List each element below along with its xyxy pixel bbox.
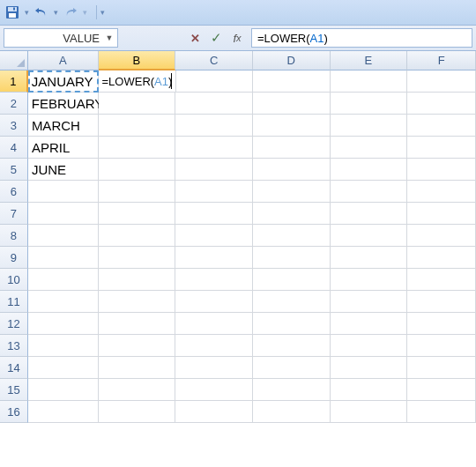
cell[interactable] [99, 225, 176, 247]
column-header[interactable]: B [99, 51, 176, 70]
cell[interactable] [253, 313, 331, 335]
chevron-down-icon[interactable]: ▼ [103, 32, 115, 44]
cell[interactable] [28, 401, 99, 423]
cell[interactable] [99, 379, 176, 401]
column-header[interactable]: F [407, 51, 476, 70]
cell-E2[interactable] [331, 93, 408, 115]
cell-C5[interactable] [175, 159, 253, 181]
cell[interactable] [175, 247, 253, 269]
cell[interactable] [175, 181, 253, 203]
cell[interactable] [253, 269, 331, 291]
row-header[interactable]: 8 [0, 225, 28, 247]
cell[interactable] [175, 335, 253, 357]
cell[interactable] [253, 357, 331, 379]
cell[interactable] [99, 335, 176, 357]
cell-B3[interactable] [99, 115, 176, 137]
cell-F3[interactable] [407, 115, 476, 137]
save-icon[interactable] [4, 4, 21, 21]
cell[interactable] [407, 401, 476, 423]
row-header[interactable]: 12 [0, 313, 28, 335]
row-header[interactable]: 7 [0, 203, 28, 225]
cell[interactable] [99, 247, 176, 269]
cell-F5[interactable] [407, 159, 476, 181]
row-header[interactable]: 3 [0, 115, 28, 137]
cell-F2[interactable] [407, 93, 476, 115]
name-box[interactable]: VALUE ▼ [4, 28, 118, 48]
cell[interactable] [175, 269, 253, 291]
cell-F1[interactable] [407, 70, 476, 93]
cell[interactable] [407, 269, 476, 291]
qat-customize-icon[interactable]: ▾ [96, 5, 102, 19]
column-header[interactable]: A [28, 51, 99, 70]
enter-button[interactable]: ✓ [205, 28, 227, 48]
cell[interactable] [28, 335, 99, 357]
cell[interactable] [99, 357, 176, 379]
cell[interactable] [407, 225, 476, 247]
cell-D2[interactable] [253, 93, 331, 115]
row-header[interactable]: 16 [0, 401, 28, 423]
row-header[interactable]: 10 [0, 269, 28, 291]
column-header[interactable]: D [253, 51, 331, 70]
cell[interactable] [331, 247, 408, 269]
cell-C1[interactable] [176, 70, 254, 93]
cell[interactable] [407, 379, 476, 401]
cell[interactable] [407, 357, 476, 379]
cell[interactable] [175, 313, 253, 335]
cell-C3[interactable] [175, 115, 253, 137]
cell-C2[interactable] [175, 93, 253, 115]
cell[interactable] [253, 225, 331, 247]
cell[interactable] [331, 401, 408, 423]
cell[interactable] [28, 181, 99, 203]
cell[interactable] [99, 291, 176, 313]
row-header[interactable]: 13 [0, 335, 28, 357]
cell[interactable] [175, 291, 253, 313]
cell[interactable] [99, 203, 176, 225]
cell[interactable] [28, 269, 99, 291]
row-header[interactable]: 6 [0, 181, 28, 203]
cell[interactable] [407, 181, 476, 203]
cell[interactable] [28, 291, 99, 313]
cell-D4[interactable] [253, 137, 331, 159]
cell[interactable] [331, 379, 408, 401]
cell[interactable] [253, 335, 331, 357]
cell[interactable] [28, 225, 99, 247]
cell[interactable] [28, 313, 99, 335]
cell[interactable] [407, 291, 476, 313]
cell[interactable] [331, 291, 408, 313]
cell[interactable] [253, 379, 331, 401]
row-header[interactable]: 5 [0, 159, 28, 181]
cell[interactable] [28, 357, 99, 379]
cell[interactable] [99, 313, 176, 335]
cell-E5[interactable] [331, 159, 408, 181]
row-header[interactable]: 1 [0, 70, 28, 93]
row-header[interactable]: 11 [0, 291, 28, 313]
cell[interactable] [253, 291, 331, 313]
row-header[interactable]: 2 [0, 93, 28, 115]
cell-F4[interactable] [407, 137, 476, 159]
cell[interactable] [175, 225, 253, 247]
cell-D5[interactable] [253, 159, 331, 181]
cell-A4[interactable]: APRIL [28, 137, 99, 159]
redo-dropdown-icon[interactable]: ▾ [83, 4, 87, 21]
cell-D3[interactable] [253, 115, 331, 137]
undo-icon[interactable] [33, 4, 50, 21]
cell[interactable] [407, 313, 476, 335]
row-header[interactable]: 14 [0, 357, 28, 379]
cell[interactable] [331, 335, 408, 357]
cell[interactable] [253, 247, 331, 269]
insert-function-button[interactable]: fx [227, 28, 248, 48]
cell-A1[interactable]: JANUARY [28, 70, 99, 93]
cell[interactable] [407, 247, 476, 269]
cell-B2[interactable] [99, 93, 176, 115]
cell[interactable] [331, 357, 408, 379]
select-all-corner[interactable] [0, 51, 28, 70]
cell-E1[interactable] [331, 70, 408, 93]
cell-B1[interactable]: =LOWER(A1) [99, 70, 176, 93]
cell[interactable] [99, 181, 176, 203]
formula-input[interactable]: =LOWER(A1) [251, 28, 472, 48]
cell-B5[interactable] [99, 159, 176, 181]
cell[interactable] [28, 247, 99, 269]
cell-E3[interactable] [331, 115, 408, 137]
cell[interactable] [331, 269, 408, 291]
redo-icon[interactable] [62, 4, 79, 21]
